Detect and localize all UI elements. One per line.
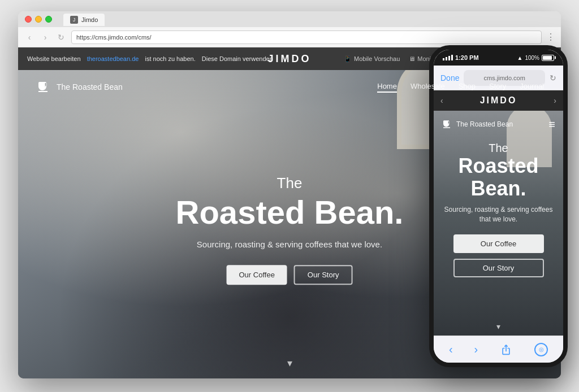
mobile-hero-title: Roasted Bean. (443, 155, 554, 199)
ios-share-icon[interactable] (499, 343, 513, 356)
domain-action-link[interactable]: Diese Domain verwenden (202, 55, 273, 62)
nav-story[interactable]: Story (489, 82, 506, 93)
tab-title: Jimdo (81, 16, 98, 23)
jimdo-logo: JIMDO (267, 53, 311, 65)
browser-tab[interactable]: J Jimdo (63, 14, 105, 26)
mobile-logo-text: The Roasted Bean (456, 120, 513, 128)
jimdo-bar-left: Website bearbeiten theroastedbean.de ist… (27, 55, 273, 62)
ios-bottom-bar: ‹ › ◎ (434, 336, 563, 363)
domain-link[interactable]: theroastedbean.de (87, 55, 139, 62)
wifi-icon: ▲ (517, 55, 523, 61)
site-logo: The Roasted Bean (35, 79, 123, 95)
forward-button[interactable]: › (40, 32, 51, 43)
mobile-our-coffee-button[interactable]: Our Coffee (453, 234, 544, 253)
nav-shop[interactable]: Shop (459, 82, 476, 93)
coffee-cup-icon (35, 79, 51, 95)
mobile-hero-the: The (443, 142, 554, 155)
our-coffee-button[interactable]: Our Coffee (227, 265, 287, 285)
mobile-website-content: The Roasted Bean ≡ The Roasted Bean. Sou… (434, 111, 563, 336)
mobile-hero-subtitle: Sourcing, roasting & serving coffees tha… (443, 205, 554, 224)
ios-status-bar: 1:20 PM ▲ 100% (434, 50, 563, 66)
hero-title: Roasted Bean. (176, 194, 404, 230)
hero-the-text: The (176, 175, 404, 192)
mobile-our-story-button[interactable]: Our Story (453, 259, 544, 277)
battery-icon (542, 55, 554, 61)
mobile-site-logo: The Roasted Bean (442, 119, 513, 129)
ios-status-right: ▲ 100% (517, 55, 554, 61)
our-story-button[interactable]: Our Story (294, 265, 353, 285)
mobile-preview-label: Mobile Vorschau (354, 55, 400, 62)
url-bar[interactable]: https://cms.jimdo.com/cms/ (71, 31, 542, 44)
site-logo-text: The Roasted Bean (57, 82, 123, 92)
site-nav-links: Home Wholesale Shop Story Journal (377, 82, 544, 93)
mobile-icon: 📱 (344, 55, 352, 63)
tab-favicon: J (70, 16, 78, 24)
desktop-icon: 🖥 (409, 55, 415, 62)
hero-subtitle: Sourcing, roasting & serving coffees tha… (176, 239, 404, 249)
fullscreen-button[interactable] (45, 16, 52, 23)
more-options-icon[interactable]: ⋮ (546, 32, 555, 42)
ios-back-button[interactable]: ‹ (449, 343, 453, 356)
signal-icon (443, 55, 453, 60)
traffic-lights (25, 16, 52, 23)
edit-label: Website bearbeiten (27, 55, 81, 62)
mobile-preview-btn[interactable]: 📱 Mobile Vorschau (344, 55, 400, 63)
mobile-hero-content: The Roasted Bean. Sourcing, roasting & s… (434, 142, 563, 277)
domain-info: ist noch zu haben. (145, 55, 195, 62)
nav-home[interactable]: Home (377, 82, 397, 93)
hero-content: The Roasted Bean. Sourcing, roasting & s… (176, 175, 404, 285)
url-text: https://cms.jimdo.com/cms/ (76, 34, 152, 41)
nav-wholesale[interactable]: Wholesale (411, 82, 445, 93)
back-button[interactable]: ‹ (24, 32, 35, 43)
scroll-indicator: ▾ (287, 357, 292, 369)
minimize-button[interactable] (35, 16, 42, 23)
title-bar: J Jimdo (18, 11, 561, 27)
nav-journal[interactable]: Journal (520, 82, 544, 93)
reload-button[interactable]: ↻ (55, 32, 67, 43)
address-bar: ‹ › ↻ https://cms.jimdo.com/cms/ ⋮ (18, 27, 561, 47)
mobile-scroll-indicator: ▾ (496, 322, 500, 331)
ios-forward-button[interactable]: › (474, 343, 478, 356)
hero-buttons: Our Coffee Our Story (176, 265, 404, 285)
mobile-site-nav: The Roasted Bean ≡ (434, 111, 563, 138)
site-navigation: The Roasted Bean Home Wholesale Shop Sto… (18, 70, 561, 104)
battery-percentage: 100% (525, 55, 539, 61)
close-button[interactable] (25, 16, 32, 23)
ios-time: 1:20 PM (455, 54, 479, 61)
ios-compass-icon[interactable]: ◎ (534, 343, 548, 356)
hamburger-menu-icon[interactable]: ≡ (548, 118, 555, 131)
